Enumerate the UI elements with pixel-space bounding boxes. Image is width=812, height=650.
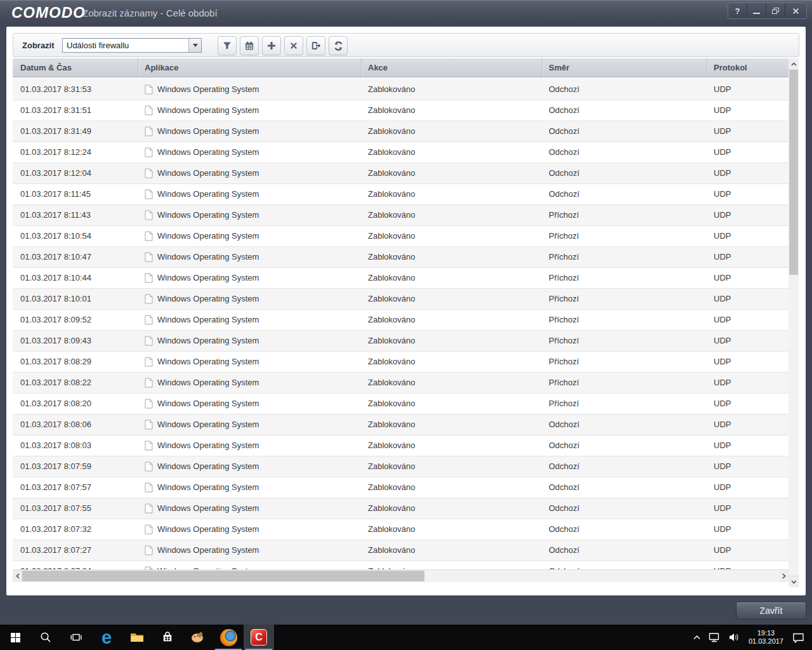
log-type-select[interactable]: Události firewallu — [62, 38, 202, 53]
row-application: Windows Operating System — [138, 435, 362, 456]
row-action: Zablokováno — [362, 373, 542, 393]
edge-button[interactable]: e — [91, 625, 122, 650]
taskbar-search-button[interactable] — [30, 625, 61, 650]
table-row[interactable]: 01.03.2017 8:08:20 Windows Operating Sys… — [13, 394, 789, 415]
row-datetime: 01.03.2017 8:31:51 — [13, 100, 138, 121]
table-row[interactable]: 01.03.2017 8:10:01 Windows Operating Sys… — [13, 289, 789, 310]
close-dialog-button[interactable]: Zavřít — [736, 602, 806, 620]
calendar-button[interactable] — [240, 36, 259, 55]
comodo-logo: COMODO — [11, 4, 86, 22]
row-direction: Odchozí — [542, 100, 707, 121]
table-row[interactable]: 01.03.2017 8:08:03 Windows Operating Sys… — [13, 435, 789, 456]
row-direction: Příchozí — [542, 310, 707, 330]
row-protocol: UDP — [707, 79, 789, 100]
table-row[interactable]: 01.03.2017 8:31:49 Windows Operating Sys… — [13, 121, 789, 142]
restore-button[interactable] — [766, 3, 785, 18]
row-datetime: 01.03.2017 8:09:43 — [13, 331, 138, 351]
comodo-taskbar-button[interactable]: C — [244, 625, 274, 650]
minimize-button[interactable] — [747, 3, 766, 18]
row-direction: Příchozí — [542, 205, 707, 225]
select-dropdown-button[interactable] — [188, 39, 201, 52]
table-row[interactable]: 01.03.2017 8:07:27 Windows Operating Sys… — [13, 540, 789, 561]
calendar-icon — [244, 41, 254, 51]
table-row[interactable]: 01.03.2017 8:07:59 Windows Operating Sys… — [13, 456, 789, 477]
row-protocol: UDP — [707, 142, 789, 162]
store-button[interactable] — [152, 625, 183, 650]
application-name: Windows Operating System — [157, 310, 259, 330]
application-name: Windows Operating System — [157, 100, 259, 121]
row-direction: Odchozí — [542, 540, 707, 560]
vertical-scroll-thumb[interactable] — [789, 70, 798, 275]
help-button[interactable]: ? — [728, 3, 747, 18]
network-tray-button[interactable] — [705, 625, 724, 650]
table-row[interactable]: 01.03.2017 8:08:06 Windows Operating Sys… — [13, 415, 789, 435]
application-name: Windows Operating System — [157, 540, 259, 560]
horizontal-scrollbar[interactable] — [13, 569, 789, 582]
row-protocol: UDP — [707, 519, 789, 540]
row-direction: Příchozí — [542, 373, 707, 393]
title-bar: COMODO Zobrazit záznamy - Celé období ? — [0, 0, 812, 25]
row-action: Zablokováno — [362, 394, 542, 414]
table-row[interactable]: 01.03.2017 8:11:43 Windows Operating Sys… — [13, 205, 789, 226]
row-protocol: UDP — [707, 540, 789, 560]
table-row[interactable]: 01.03.2017 8:08:29 Windows Operating Sys… — [13, 352, 789, 373]
row-datetime: 01.03.2017 8:08:22 — [13, 373, 138, 393]
start-icon — [10, 632, 21, 643]
paint-button[interactable] — [183, 625, 213, 650]
document-icon — [145, 503, 153, 514]
row-action: Zablokováno — [362, 226, 542, 246]
vertical-scrollbar[interactable] — [789, 58, 799, 587]
application-name: Windows Operating System — [157, 184, 259, 204]
action-center-button[interactable] — [789, 625, 808, 650]
table-row[interactable]: 01.03.2017 8:07:57 Windows Operating Sys… — [13, 477, 789, 498]
chevron-right-icon — [782, 573, 786, 579]
column-header-application[interactable]: Aplikace — [138, 58, 362, 77]
delete-button[interactable] — [284, 36, 303, 55]
row-action: Zablokováno — [362, 184, 542, 204]
application-name: Windows Operating System — [157, 415, 259, 435]
close-button[interactable] — [785, 3, 806, 18]
table-row[interactable]: 01.03.2017 8:07:55 Windows Operating Sys… — [13, 498, 789, 519]
row-application: Windows Operating System — [138, 121, 362, 142]
table-row[interactable]: 01.03.2017 8:10:44 Windows Operating Sys… — [13, 268, 789, 289]
firefox-button[interactable] — [213, 625, 244, 650]
table-row[interactable]: 01.03.2017 8:12:04 Windows Operating Sys… — [13, 163, 789, 184]
table-row[interactable]: 01.03.2017 8:10:54 Windows Operating Sys… — [13, 226, 789, 247]
table-row[interactable]: 01.03.2017 8:11:45 Windows Operating Sys… — [13, 184, 789, 205]
filter-button[interactable] — [218, 36, 237, 55]
scroll-up-button[interactable] — [789, 58, 799, 70]
row-application: Windows Operating System — [138, 331, 362, 351]
task-view-button[interactable] — [61, 625, 91, 650]
row-direction: Odchozí — [542, 79, 707, 100]
document-icon — [145, 210, 153, 220]
row-application: Windows Operating System — [138, 373, 362, 393]
table-row[interactable]: 01.03.2017 8:31:53 Windows Operating Sys… — [13, 79, 789, 100]
start-button[interactable] — [0, 625, 30, 650]
column-header-datetime[interactable]: Datum & Čas — [13, 58, 138, 77]
horizontal-scroll-thumb[interactable] — [22, 571, 424, 581]
scroll-right-button[interactable] — [779, 570, 789, 582]
table-row[interactable]: 01.03.2017 8:09:43 Windows Operating Sys… — [13, 331, 789, 352]
table-row[interactable]: 01.03.2017 8:09:52 Windows Operating Sys… — [13, 310, 789, 331]
add-button[interactable] — [262, 36, 281, 55]
document-icon — [145, 189, 153, 199]
table-row[interactable]: 01.03.2017 8:07:32 Windows Operating Sys… — [13, 519, 789, 540]
table-row[interactable]: 01.03.2017 8:12:24 Windows Operating Sys… — [13, 142, 789, 163]
taskbar-clock[interactable]: 19:13 01.03.2017 — [743, 629, 789, 646]
table-row[interactable]: 01.03.2017 8:08:22 Windows Operating Sys… — [13, 373, 789, 394]
volume-tray-button[interactable] — [724, 625, 743, 650]
row-application: Windows Operating System — [138, 498, 362, 519]
column-header-protocol[interactable]: Protokol — [707, 58, 789, 77]
row-action: Zablokováno — [362, 289, 542, 309]
taskbar: e C — [0, 625, 812, 650]
file-explorer-button[interactable] — [122, 625, 152, 650]
scroll-left-button[interactable] — [13, 570, 22, 582]
tray-expand-button[interactable] — [689, 625, 705, 650]
refresh-button[interactable] — [329, 36, 348, 55]
column-header-action[interactable]: Akce — [362, 58, 542, 77]
scroll-down-button[interactable] — [789, 576, 799, 587]
column-header-direction[interactable]: Směr — [542, 58, 707, 77]
table-row[interactable]: 01.03.2017 8:31:51 Windows Operating Sys… — [13, 100, 789, 121]
export-button[interactable] — [306, 36, 325, 55]
table-row[interactable]: 01.03.2017 8:10:47 Windows Operating Sys… — [13, 247, 789, 268]
